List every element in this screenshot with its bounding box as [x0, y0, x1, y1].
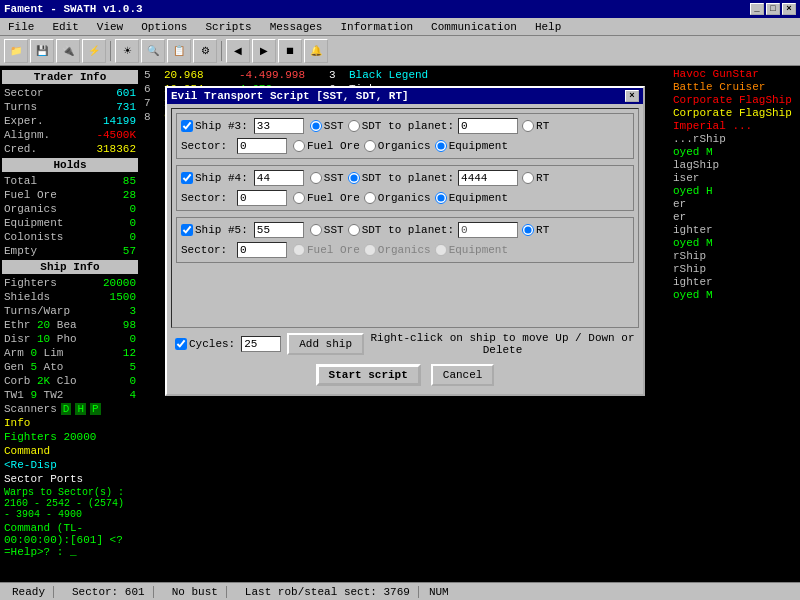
ship-5-fuelore-option: Fuel Ore: [293, 244, 360, 256]
menu-options[interactable]: Options: [137, 20, 191, 34]
close-button[interactable]: ×: [782, 3, 796, 15]
ship-row-5: Ship #5: SST: [176, 217, 634, 263]
cycles-checkbox[interactable]: [175, 338, 187, 350]
total-row: Total 85: [2, 174, 138, 188]
alignment-row: Alignm. -4500K: [2, 128, 138, 142]
ship-4-sdt-input[interactable]: [458, 170, 518, 186]
ship-5-sdt-radio[interactable]: [348, 224, 360, 236]
ship-5-number-input[interactable]: [254, 222, 304, 238]
scanner-d: D: [61, 403, 72, 415]
ship-4-sst-radio[interactable]: [310, 172, 322, 184]
menu-edit[interactable]: Edit: [48, 20, 82, 34]
command-prompt: Command (TL-00:00:00):[601] <?=Help>? : …: [2, 521, 138, 559]
sector-value: 601: [116, 87, 136, 99]
menu-messages[interactable]: Messages: [266, 20, 327, 34]
ship-4-fuelore-radio[interactable]: [293, 192, 305, 204]
toolbar-btn-8[interactable]: ⚙: [193, 39, 217, 63]
ship-3-organics-radio[interactable]: [364, 140, 376, 152]
cycles-input[interactable]: [241, 336, 281, 352]
ship-4-sdt-radio[interactable]: [348, 172, 360, 184]
tw1-tw2-row: TW1 9 TW2 4: [2, 388, 138, 402]
ship-4-checkbox-container: Ship #4:: [181, 172, 248, 184]
center-area: 5 20.968 -4.499.998 3 Black Legend 6 19.…: [140, 66, 670, 582]
dialog-body: Ship #3: SST: [167, 104, 643, 394]
toolbar-btn-11[interactable]: ⏹: [278, 39, 302, 63]
ship-5-sector-label: Sector:: [181, 244, 231, 256]
sector-ports-label: Sector Ports: [2, 472, 138, 486]
ship-3-organics-option: Organics: [364, 140, 431, 152]
toolbar-btn-4[interactable]: ⚡: [82, 39, 106, 63]
ship-3-rt-radio[interactable]: [522, 120, 534, 132]
turns-warp-row: Turns/Warp 3: [2, 304, 138, 318]
total-value: 85: [123, 175, 136, 187]
ship-3-fuelore-option: Fuel Ore: [293, 140, 360, 152]
toolbar-btn-10[interactable]: ▶: [252, 39, 276, 63]
toolbar-btn-3[interactable]: 🔌: [56, 39, 80, 63]
toolbar-btn-7[interactable]: 📋: [167, 39, 191, 63]
toolbar: 📁 💾 🔌 ⚡ ☀ 🔍 📋 ⚙ ◀ ▶ ⏹ 🔔: [0, 36, 800, 66]
toolbar-btn-9[interactable]: ◀: [226, 39, 250, 63]
ship-5-organics-option: Organics: [364, 244, 431, 256]
ship-5-rt-option: RT: [522, 224, 549, 236]
ship-4-sdt-option: SDT to planet:: [348, 172, 454, 184]
right-ship-3: Corporate FlagShip: [672, 94, 798, 107]
ship-3-checkbox[interactable]: [181, 120, 193, 132]
ship-4-number-input[interactable]: [254, 170, 304, 186]
title-bar: Fament - SWATH v1.0.3 _ □ ×: [0, 0, 800, 18]
fighters-info: Fighters 20000: [2, 430, 138, 444]
ship-4-line2: Sector: Fuel Ore Organics: [181, 190, 629, 206]
command-label: Command: [2, 444, 138, 458]
ship-3-equipment-radio[interactable]: [435, 140, 447, 152]
ship-3-sdt-input[interactable]: [458, 118, 518, 134]
ship-3-sector-input[interactable]: [237, 138, 287, 154]
toolbar-btn-1[interactable]: 📁: [4, 39, 28, 63]
minimize-button[interactable]: _: [750, 3, 764, 15]
add-ship-button[interactable]: Add ship: [287, 333, 364, 355]
menu-information[interactable]: Information: [336, 20, 417, 34]
experience-value: 14199: [103, 115, 136, 127]
empty-row: Empty 57: [2, 244, 138, 258]
dialog-title-text: Evil Transport Script [SST, SDT, RT]: [171, 90, 409, 102]
ship-5-sdt-input[interactable]: [458, 222, 518, 238]
dialog-title-bar: Evil Transport Script [SST, SDT, RT] ×: [167, 88, 643, 104]
toolbar-btn-12[interactable]: 🔔: [304, 39, 328, 63]
ship-5-sector-input[interactable]: [237, 242, 287, 258]
toolbar-btn-2[interactable]: 💾: [30, 39, 54, 63]
dialog-close-button[interactable]: ×: [625, 90, 639, 102]
ship-3-fuelore-radio[interactable]: [293, 140, 305, 152]
cancel-button[interactable]: Cancel: [431, 364, 495, 386]
ship-3-number-input[interactable]: [254, 118, 304, 134]
ship-4-equipment-radio[interactable]: [435, 192, 447, 204]
toolbar-sep-2: [221, 41, 222, 61]
cycles-checkbox-container: Cycles:: [175, 338, 235, 350]
ship-5-sst-radio[interactable]: [310, 224, 322, 236]
toolbar-btn-6[interactable]: 🔍: [141, 39, 165, 63]
ship-4-checkbox[interactable]: [181, 172, 193, 184]
menu-bar: File Edit View Options Scripts Messages …: [0, 18, 800, 36]
status-num: NUM: [429, 586, 449, 598]
ship-3-sdt-radio[interactable]: [348, 120, 360, 132]
ship-4-sector-label: Sector:: [181, 192, 231, 204]
start-script-button[interactable]: Start script: [316, 364, 421, 386]
turns-value: 731: [116, 101, 136, 113]
ethr-bea-row: Ethr 20 Bea 98: [2, 318, 138, 332]
dialog-scroll-area[interactable]: Ship #3: SST: [171, 108, 639, 328]
ship-4-rt-radio[interactable]: [522, 172, 534, 184]
toolbar-btn-5[interactable]: ☀: [115, 39, 139, 63]
holds-title: Holds: [2, 158, 138, 172]
right-ship-17: ighter: [672, 276, 798, 289]
ship-4-sector-input[interactable]: [237, 190, 287, 206]
menu-view[interactable]: View: [93, 20, 127, 34]
menu-scripts[interactable]: Scripts: [201, 20, 255, 34]
menu-file[interactable]: File: [4, 20, 38, 34]
menu-help[interactable]: Help: [531, 20, 565, 34]
ship-4-organics-radio[interactable]: [364, 192, 376, 204]
ship-3-rt-option: RT: [522, 120, 549, 132]
menu-communication[interactable]: Communication: [427, 20, 521, 34]
ship-3-sdt-option: SDT to planet:: [348, 120, 454, 132]
ship-5-checkbox[interactable]: [181, 224, 193, 236]
ship-5-rt-radio[interactable]: [522, 224, 534, 236]
maximize-button[interactable]: □: [766, 3, 780, 15]
ship-4-cargo-group: Fuel Ore Organics Equipment: [293, 192, 508, 204]
ship-3-sst-radio[interactable]: [310, 120, 322, 132]
